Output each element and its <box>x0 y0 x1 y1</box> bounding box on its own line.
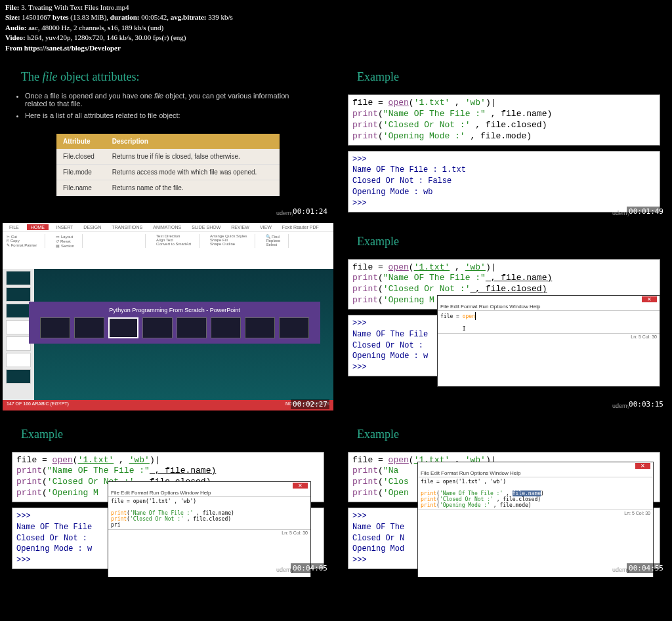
group-paragraph: Text Direction Align Text Convert to Sma… <box>156 234 200 248</box>
editor-status: Ln: 5 Col: 30 <box>418 510 653 516</box>
example-title: Example <box>339 58 669 89</box>
app-thumb[interactable] <box>211 317 241 338</box>
timestamp: 00:01:24 <box>291 207 329 216</box>
editor-body[interactable]: file = open('1.txt' , 'wb') print('Name … <box>418 477 653 510</box>
tab-view[interactable]: VIEW <box>257 224 274 230</box>
editor-status: Ln: 5 Col: 30 <box>438 333 660 340</box>
timestamp: 00:03:15 <box>627 399 665 409</box>
editor-body[interactable]: file = open('1.txt' , 'wb') print('Name … <box>108 497 310 529</box>
timestamp: 00:04:05 <box>291 563 329 573</box>
idle-editor[interactable]: ✕ File Edit Format Run Options Window He… <box>417 462 654 578</box>
group-clipboard: ✂ Cut ⎘ Copy ✎ Format Painter <box>7 234 45 248</box>
output-box: >>> Name OF The File : 1.txt Closed Or N… <box>348 151 660 212</box>
tab-foxit[interactable]: Foxit Reader PDF <box>280 224 322 230</box>
group-editing: 🔍 Find Replace Select <box>266 234 289 248</box>
app-thumb[interactable] <box>279 317 309 338</box>
tab-review[interactable]: REVIEW <box>228 224 252 230</box>
timestamp: 00:02:27 <box>291 399 329 409</box>
close-icon[interactable]: ✕ <box>635 463 650 469</box>
timestamp: 00:01:49 <box>627 207 665 216</box>
app-thumb[interactable] <box>177 317 207 338</box>
idle-editor[interactable]: ✕ File Edit Format Run Options Window He… <box>437 295 660 387</box>
example-title: Example <box>339 223 669 254</box>
tab-animations[interactable]: ANIMATIONS <box>150 224 184 230</box>
close-icon[interactable]: ✕ <box>642 296 657 302</box>
panel-powerpoint: FILE HOME INSERT DESIGN TRANSITIONS ANIM… <box>3 223 333 411</box>
file-info-header: File: 3. Treating With Text Files Intro.… <box>0 0 672 56</box>
ppt-ribbon: FILE HOME INSERT DESIGN TRANSITIONS ANIM… <box>3 223 333 269</box>
app-thumb[interactable] <box>40 317 70 338</box>
timestamp: 00:04:55 <box>627 563 665 573</box>
ppt-tabs: FILE HOME INSERT DESIGN TRANSITIONS ANIM… <box>3 223 333 232</box>
app-thumb[interactable] <box>142 317 173 338</box>
panel-example-editor2: Example file = open('1.txt' , 'wb')| pri… <box>3 416 333 575</box>
panel-example-full: Example file = open('1.txt' , 'wb')| pri… <box>339 58 669 218</box>
group-drawing: Arrange Quick Styles Shape Fill Shape Ou… <box>210 234 255 248</box>
app-thumb-selected[interactable] <box>108 317 138 338</box>
example-title: Example <box>339 416 669 447</box>
panel-example-editor3: Example file = open('1.txt' , 'wb')| pri… <box>339 416 669 575</box>
tab-slideshow[interactable]: SLIDE SHOW <box>189 224 223 230</box>
app-thumb[interactable] <box>74 317 104 338</box>
tab-transitions[interactable]: TRANSITIONS <box>109 224 145 230</box>
ppt-statusbar: 147 OF 166 ARABIC (EGYPT)NOTES COMMENTS <box>3 400 333 411</box>
editor-menu[interactable]: File Edit Format Run Options Window Help <box>438 303 660 311</box>
panel-example-editor1: Example file = open('1.txt' , 'wb')| pri… <box>339 223 669 411</box>
example-title: Example <box>3 416 333 447</box>
task-switcher[interactable]: Pythyon Programming From Scratch - Power… <box>29 302 320 344</box>
tab-design[interactable]: DESIGN <box>81 224 104 230</box>
app-thumb[interactable] <box>245 317 275 338</box>
panel-file-attributes: The file object attributes: Once a file … <box>3 58 333 218</box>
slide-bullets: Once a file is opened and you have one f… <box>3 89 333 126</box>
editor-menu[interactable]: File Edit Format Run Options Window Help <box>418 470 653 477</box>
editor-status: Ln: 5 Col: 30 <box>108 529 310 536</box>
editor-menu[interactable]: File Edit Format Run Options Window Help <box>108 489 310 497</box>
idle-editor[interactable]: ✕ File Edit Format Run Options Window He… <box>108 481 311 578</box>
tab-insert[interactable]: INSERT <box>54 224 76 230</box>
tab-home[interactable]: HOME <box>27 224 49 230</box>
code-box: file = open('1.txt' , 'wb')| print("Name… <box>348 94 660 146</box>
editor-body[interactable]: file = open I <box>438 311 660 333</box>
group-slides: ▭ Layout ↺ Reset ▤ Section <box>56 234 83 248</box>
tab-file[interactable]: FILE <box>7 224 22 230</box>
group-font <box>93 234 146 248</box>
attributes-table: AttributeDescription File.closedReturns … <box>56 134 280 196</box>
slide-title: The file object attributes: <box>3 58 333 89</box>
close-icon[interactable]: ✕ <box>293 483 308 489</box>
